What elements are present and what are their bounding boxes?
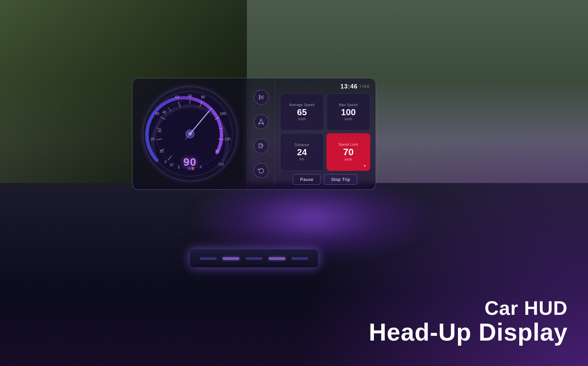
noise-overlay (0, 0, 588, 366)
